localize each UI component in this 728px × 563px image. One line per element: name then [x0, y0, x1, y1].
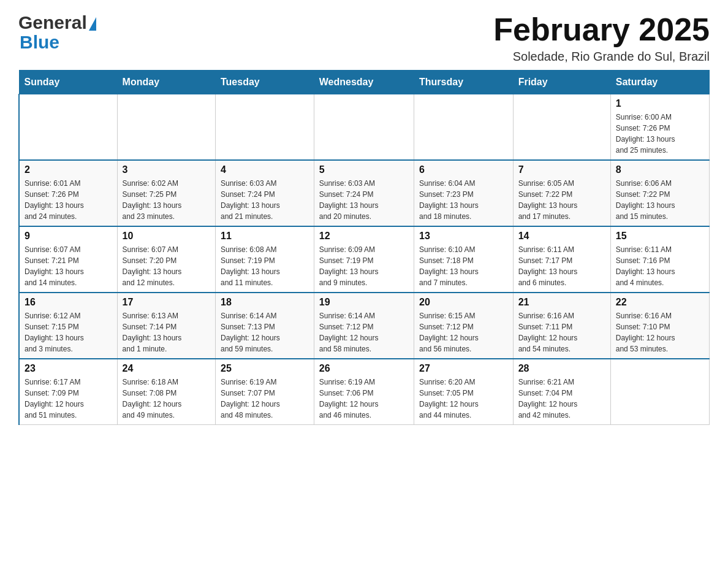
day-info: Sunrise: 6:11 AM Sunset: 7:17 PM Dayligh… [518, 244, 605, 288]
calendar-cell: 10Sunrise: 6:07 AM Sunset: 7:20 PM Dayli… [117, 226, 215, 293]
logo-triangle-icon [89, 17, 96, 31]
day-number: 21 [518, 297, 605, 308]
day-number: 23 [25, 363, 112, 374]
calendar-cell: 20Sunrise: 6:15 AM Sunset: 7:12 PM Dayli… [414, 293, 514, 359]
calendar-cell: 1Sunrise: 6:00 AM Sunset: 7:26 PM Daylig… [610, 94, 709, 161]
month-title: February 2025 [493, 12, 710, 47]
day-info: Sunrise: 6:18 AM Sunset: 7:08 PM Dayligh… [123, 377, 210, 421]
day-info: Sunrise: 6:19 AM Sunset: 7:06 PM Dayligh… [319, 377, 409, 421]
calendar-cell: 23Sunrise: 6:17 AM Sunset: 7:09 PM Dayli… [19, 359, 117, 425]
day-number: 8 [616, 164, 704, 175]
day-info: Sunrise: 6:16 AM Sunset: 7:10 PM Dayligh… [616, 310, 704, 354]
day-number: 13 [419, 231, 508, 242]
day-info: Sunrise: 6:11 AM Sunset: 7:16 PM Dayligh… [616, 244, 704, 288]
day-number: 19 [319, 297, 409, 308]
calendar-cell: 16Sunrise: 6:12 AM Sunset: 7:15 PM Dayli… [19, 293, 117, 359]
col-monday: Monday [117, 71, 215, 94]
day-info: Sunrise: 6:20 AM Sunset: 7:05 PM Dayligh… [419, 377, 508, 421]
day-number: 7 [518, 164, 605, 175]
day-number: 4 [221, 164, 309, 175]
day-info: Sunrise: 6:03 AM Sunset: 7:24 PM Dayligh… [319, 178, 409, 222]
calendar-cell: 19Sunrise: 6:14 AM Sunset: 7:12 PM Dayli… [314, 293, 414, 359]
col-sunday: Sunday [19, 71, 117, 94]
calendar-header-row: Sunday Monday Tuesday Wednesday Thursday… [19, 71, 710, 94]
calendar-cell [610, 359, 709, 425]
calendar-week-3: 9Sunrise: 6:07 AM Sunset: 7:21 PM Daylig… [19, 226, 710, 293]
calendar-cell: 14Sunrise: 6:11 AM Sunset: 7:17 PM Dayli… [513, 226, 610, 293]
calendar-cell [414, 94, 514, 161]
day-number: 2 [25, 164, 112, 175]
day-number: 15 [616, 231, 704, 242]
calendar-week-5: 23Sunrise: 6:17 AM Sunset: 7:09 PM Dayli… [19, 359, 710, 425]
day-number: 12 [319, 231, 409, 242]
day-number: 22 [616, 297, 704, 308]
calendar-cell: 12Sunrise: 6:09 AM Sunset: 7:19 PM Dayli… [314, 226, 414, 293]
calendar-cell: 2Sunrise: 6:01 AM Sunset: 7:26 PM Daylig… [19, 160, 117, 226]
col-tuesday: Tuesday [216, 71, 314, 94]
calendar-cell: 18Sunrise: 6:14 AM Sunset: 7:13 PM Dayli… [216, 293, 314, 359]
day-info: Sunrise: 6:01 AM Sunset: 7:26 PM Dayligh… [25, 178, 112, 222]
day-number: 9 [25, 231, 112, 242]
day-info: Sunrise: 6:12 AM Sunset: 7:15 PM Dayligh… [25, 310, 112, 354]
day-info: Sunrise: 6:19 AM Sunset: 7:07 PM Dayligh… [221, 377, 309, 421]
calendar-table: Sunday Monday Tuesday Wednesday Thursday… [18, 70, 710, 425]
col-saturday: Saturday [610, 71, 709, 94]
calendar-cell [314, 94, 414, 161]
day-info: Sunrise: 6:04 AM Sunset: 7:23 PM Dayligh… [419, 178, 508, 222]
calendar-cell: 17Sunrise: 6:13 AM Sunset: 7:14 PM Dayli… [117, 293, 215, 359]
day-info: Sunrise: 6:17 AM Sunset: 7:09 PM Dayligh… [25, 377, 112, 421]
calendar-week-1: 1Sunrise: 6:00 AM Sunset: 7:26 PM Daylig… [19, 94, 710, 161]
calendar-cell: 3Sunrise: 6:02 AM Sunset: 7:25 PM Daylig… [117, 160, 215, 226]
day-info: Sunrise: 6:08 AM Sunset: 7:19 PM Dayligh… [221, 244, 309, 288]
calendar-cell [117, 94, 215, 161]
day-number: 18 [221, 297, 309, 308]
day-number: 28 [518, 363, 605, 374]
calendar-cell: 9Sunrise: 6:07 AM Sunset: 7:21 PM Daylig… [19, 226, 117, 293]
calendar-cell [216, 94, 314, 161]
day-info: Sunrise: 6:15 AM Sunset: 7:12 PM Dayligh… [419, 310, 508, 354]
day-info: Sunrise: 6:03 AM Sunset: 7:24 PM Dayligh… [221, 178, 309, 222]
calendar-cell: 6Sunrise: 6:04 AM Sunset: 7:23 PM Daylig… [414, 160, 514, 226]
page-header: General Blue February 2025 Soledade, Rio… [18, 12, 710, 64]
col-wednesday: Wednesday [314, 71, 414, 94]
calendar-cell: 26Sunrise: 6:19 AM Sunset: 7:06 PM Dayli… [314, 359, 414, 425]
day-info: Sunrise: 6:07 AM Sunset: 7:20 PM Dayligh… [123, 244, 210, 288]
day-number: 17 [123, 297, 210, 308]
logo: General Blue [18, 12, 96, 53]
calendar-cell: 5Sunrise: 6:03 AM Sunset: 7:24 PM Daylig… [314, 160, 414, 226]
day-info: Sunrise: 6:05 AM Sunset: 7:22 PM Dayligh… [518, 178, 605, 222]
day-number: 1 [616, 98, 704, 109]
day-info: Sunrise: 6:14 AM Sunset: 7:13 PM Dayligh… [221, 310, 309, 354]
day-info: Sunrise: 6:13 AM Sunset: 7:14 PM Dayligh… [123, 310, 210, 354]
title-section: February 2025 Soledade, Rio Grande do Su… [493, 12, 710, 64]
calendar-cell: 4Sunrise: 6:03 AM Sunset: 7:24 PM Daylig… [216, 160, 314, 226]
calendar-cell: 28Sunrise: 6:21 AM Sunset: 7:04 PM Dayli… [513, 359, 610, 425]
day-number: 14 [518, 231, 605, 242]
day-number: 10 [123, 231, 210, 242]
calendar-cell: 27Sunrise: 6:20 AM Sunset: 7:05 PM Dayli… [414, 359, 514, 425]
day-number: 24 [123, 363, 210, 374]
calendar-cell [513, 94, 610, 161]
calendar-cell: 25Sunrise: 6:19 AM Sunset: 7:07 PM Dayli… [216, 359, 314, 425]
day-info: Sunrise: 6:10 AM Sunset: 7:18 PM Dayligh… [419, 244, 508, 288]
day-info: Sunrise: 6:02 AM Sunset: 7:25 PM Dayligh… [123, 178, 210, 222]
calendar-cell: 13Sunrise: 6:10 AM Sunset: 7:18 PM Dayli… [414, 226, 514, 293]
day-number: 6 [419, 164, 508, 175]
calendar-cell: 8Sunrise: 6:06 AM Sunset: 7:22 PM Daylig… [610, 160, 709, 226]
calendar-cell: 11Sunrise: 6:08 AM Sunset: 7:19 PM Dayli… [216, 226, 314, 293]
logo-general-text: General [18, 12, 87, 33]
day-number: 27 [419, 363, 508, 374]
day-number: 20 [419, 297, 508, 308]
calendar-cell: 15Sunrise: 6:11 AM Sunset: 7:16 PM Dayli… [610, 226, 709, 293]
day-info: Sunrise: 6:09 AM Sunset: 7:19 PM Dayligh… [319, 244, 409, 288]
day-info: Sunrise: 6:21 AM Sunset: 7:04 PM Dayligh… [518, 377, 605, 421]
calendar-week-4: 16Sunrise: 6:12 AM Sunset: 7:15 PM Dayli… [19, 293, 710, 359]
calendar-cell: 24Sunrise: 6:18 AM Sunset: 7:08 PM Dayli… [117, 359, 215, 425]
logo-blue-text: Blue [20, 32, 59, 53]
day-info: Sunrise: 6:06 AM Sunset: 7:22 PM Dayligh… [616, 178, 704, 222]
day-number: 25 [221, 363, 309, 374]
day-number: 26 [319, 363, 409, 374]
calendar-cell [19, 94, 117, 161]
day-number: 11 [221, 231, 309, 242]
day-info: Sunrise: 6:14 AM Sunset: 7:12 PM Dayligh… [319, 310, 409, 354]
